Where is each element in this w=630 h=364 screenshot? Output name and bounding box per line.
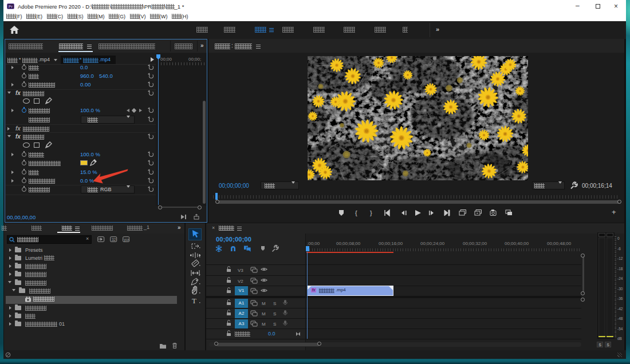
svg-text:32: 32	[112, 238, 116, 242]
svg-text:T: T	[192, 296, 196, 305]
svg-text:V2: V2	[238, 279, 243, 284]
svg-text:S: S	[273, 311, 276, 316]
svg-text:M: M	[262, 301, 266, 306]
svg-text:{: {	[355, 209, 357, 216]
svg-text:}: }	[370, 209, 372, 216]
svg-text:V3: V3	[238, 268, 243, 273]
svg-text:M: M	[262, 311, 266, 316]
svg-text:S: S	[273, 301, 276, 306]
svg-text:S: S	[273, 322, 276, 327]
svg-text:M: M	[262, 322, 266, 327]
svg-text:yuv: yuv	[124, 238, 129, 242]
